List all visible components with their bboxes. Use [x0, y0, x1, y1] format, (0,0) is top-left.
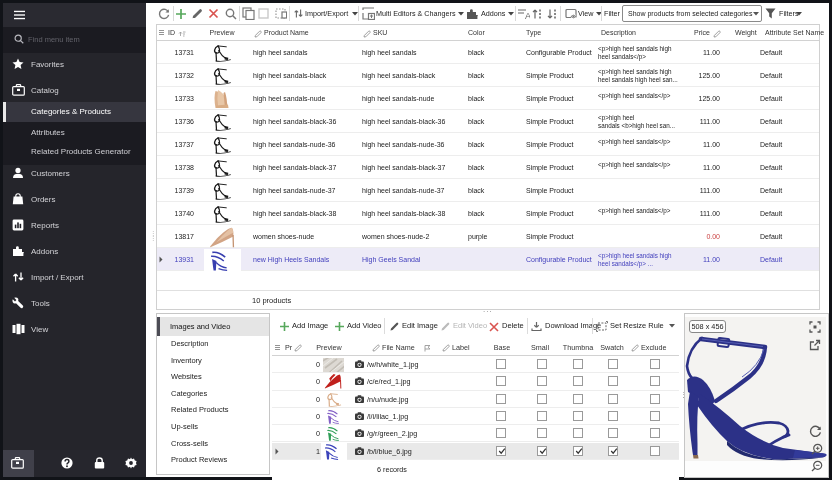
svg-text:A: A	[525, 11, 530, 20]
